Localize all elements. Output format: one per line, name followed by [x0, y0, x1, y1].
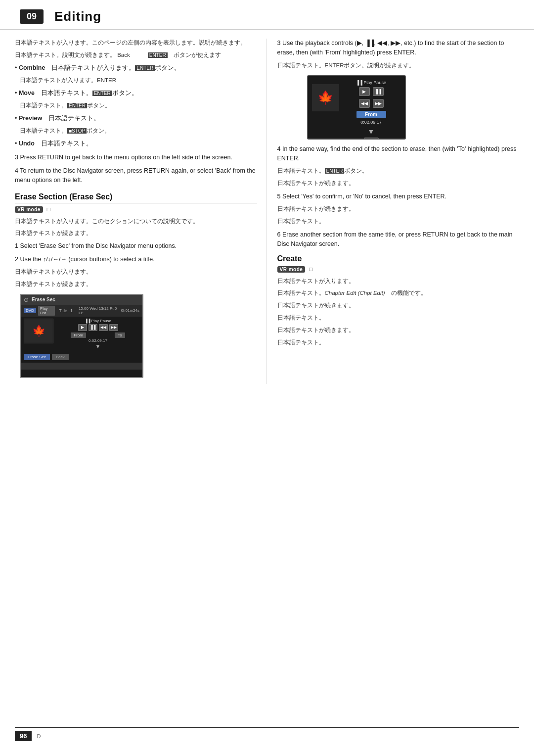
create-jp4: 日本語テキスト。: [277, 314, 520, 323]
footer-note: D: [37, 733, 41, 739]
create-heading: Create: [277, 254, 520, 263]
from-btn[interactable]: From: [356, 111, 386, 118]
es-title-bar: ⊙ Erase Sec: [21, 295, 142, 305]
erase-intro-jp1: 日本語テキストが入ります。このセクションについての説明文です。: [15, 217, 257, 226]
es-erase-sec-btn[interactable]: Erase Sec: [24, 354, 50, 360]
erase-intro-jp2: 日本語テキストが続きます。: [15, 229, 257, 238]
chapter-number: 09: [20, 9, 44, 24]
create-jp6: 日本語テキスト。: [277, 338, 520, 347]
right-step4-jp2: 日本語テキストが続きます。: [277, 179, 520, 188]
es-timecode: 0:02.09.17: [56, 338, 139, 343]
preview-jp: 日本語テキスト。■STOPボタン。: [15, 127, 257, 136]
create-jp3: 日本語テキストが続きます。: [277, 301, 520, 310]
vr-badge-right: VR mode: [277, 266, 306, 273]
left-step3: 3 Press RETURN to get back to the menu o…: [15, 153, 257, 162]
erase-step1: 1 Select 'Erase Sec' from the Disc Navig…: [15, 241, 257, 251]
es-rec-time: 15:00 Wed 13/12 Pt 5 LP: [79, 306, 117, 315]
es-arrow-down: ▼: [56, 343, 139, 349]
es-pause-btn[interactable]: ▐▐: [89, 324, 97, 331]
page-footer: 96 D: [15, 727, 519, 741]
right-step4-jp: 日本語テキスト。ENTERボタン。: [277, 167, 520, 176]
es-bottom-btns: Erase Sec Back: [21, 352, 142, 362]
es-pp-label: ▐▐ Play Pause: [56, 319, 139, 323]
create-jp2: 日本語テキスト。Chapter Edit (Chpt Edit) の機能です。: [277, 289, 520, 298]
arrow-down: ▼: [342, 128, 401, 136]
right-step3: 3 Use the playback controls (▶, ▐▐, ◀◀, …: [277, 39, 520, 58]
pause-btn[interactable]: ▐▐: [373, 87, 384, 96]
right-screen-mockup: 🍁 ▐▐ Play Pause ▶ ▐▐ ◀◀ ▶▶ From 0:02.09.…: [307, 75, 406, 140]
vr-note-left: □: [47, 205, 50, 214]
es-ctrl-row: ▶ ▐▐ ◀◀ ▶▶: [56, 324, 139, 331]
to-placeholder: [364, 138, 379, 140]
left-column: 日本語テキストが入ります。このページの左側の内容を表示します。説明が続きます。 …: [15, 39, 267, 384]
intro-jp2: 日本語テキスト。説明文が続きます。 Back ENTER ボタンが使えます: [15, 51, 257, 60]
erase-step2-jp2: 日本語テキストが続きます。: [15, 280, 257, 289]
es-rew-btn[interactable]: ◀◀: [99, 324, 108, 331]
right-step5-jp: 日本語テキストが続きます。: [277, 205, 520, 214]
combine-jp: 日本語テキストが入ります。ENTER: [15, 76, 257, 85]
play-btn[interactable]: ▶: [359, 87, 370, 96]
es-playlist-tab: Play List: [38, 306, 55, 316]
right-column: 3 Use the playback controls (▶, ▐▐, ◀◀, …: [267, 39, 520, 384]
es-thumb: 🍁: [24, 319, 53, 343]
erase-step2-jp: 日本語テキストが入ります。: [15, 268, 257, 277]
page-number: 96: [15, 731, 32, 741]
bullet-preview: • Preview 日本語テキスト。: [15, 114, 257, 123]
rew-btn[interactable]: ◀◀: [359, 99, 370, 108]
screen-controls: ▐▐ Play Pause ▶ ▐▐ ◀◀ ▶▶ From 0:02.09.17…: [342, 80, 401, 140]
es-back-btn[interactable]: Back: [52, 354, 69, 360]
erase-section-heading: Erase Section (Erase Sec): [15, 192, 257, 203]
ff-btn[interactable]: ▶▶: [373, 99, 384, 108]
bullet-combine: • Combine 日本語テキストが入ります。ENTERボタン。: [15, 63, 257, 73]
es-controls-col: ▐▐ Play Pause ▶ ▐▐ ◀◀ ▶▶ From To 0:02.09…: [56, 319, 139, 349]
disc-icon: ⊙: [24, 296, 29, 303]
left-step4: 4 To return to the Disc Navigator screen…: [15, 166, 257, 186]
es-dvd-tab: DVD: [24, 308, 36, 313]
vr-mode-row-left: VR mode □: [15, 205, 257, 214]
es-video-area: 🍁 ▐▐ Play Pause ▶ ▐▐ ◀◀ ▶▶ From To: [21, 317, 142, 351]
right-step6: 6 Erase another section from the same ti…: [277, 230, 520, 249]
create-jp5: 日本語テキストが続きます。: [277, 326, 520, 335]
es-title-value: 1: [70, 308, 73, 313]
chapter-title: Editing: [54, 9, 101, 24]
es-title-label: Title: [59, 308, 67, 313]
play-pause-label: ▐▐ Play Pause: [342, 80, 401, 85]
right-step4: 4 In the same way, find the end of the s…: [277, 144, 520, 164]
erase-step2: 2 Use the ↑/↓/←/→ (cursor buttons) to se…: [15, 255, 257, 264]
vr-badge-left: VR mode: [15, 206, 43, 213]
create-jp1: 日本語テキストが入ります。: [277, 277, 520, 286]
es-from-btn[interactable]: From: [71, 332, 86, 338]
bullet-undo: • Undo 日本語テキスト。: [15, 139, 257, 148]
es-bottom-bar: [21, 363, 142, 370]
bullet-move: • Move 日本語テキスト。ENTERボタン。: [15, 89, 257, 98]
right-step5: 5 Select 'Yes' to confirm, or 'No' to ca…: [277, 192, 520, 201]
screen-leaf: 🍁: [312, 84, 339, 111]
timecode: 0:02.09.17: [342, 120, 401, 125]
es-to-btn[interactable]: To: [115, 332, 125, 338]
erase-sec-screen: ⊙ Erase Sec DVD Play List Title 1 15:00 …: [20, 294, 143, 378]
move-jp: 日本語テキスト。ENTERボタン。: [15, 101, 257, 110]
es-from-to: From To: [56, 332, 139, 338]
header-bar: 09 Editing: [0, 0, 534, 30]
es-info-row: DVD Play List Title 1 15:00 Wed 13/12 Pt…: [21, 305, 142, 317]
intro-jp1: 日本語テキストが入ります。このページの左側の内容を表示します。説明が続きます。: [15, 39, 257, 47]
content-area: 日本語テキストが入ります。このページの左側の内容を表示します。説明が続きます。 …: [0, 39, 534, 384]
vr-note-right: □: [309, 265, 312, 274]
es-play-btn[interactable]: ▶: [78, 324, 87, 331]
nav-row: ◀◀ ▶▶: [342, 99, 401, 108]
right-step5-jp2: 日本語テキスト。: [277, 217, 520, 226]
controls-row: ▶ ▐▐: [342, 87, 401, 96]
right-step3-jp: 日本語テキスト。ENTERボタン。説明が続きます。: [277, 61, 520, 70]
vr-mode-row-right: VR mode □: [277, 265, 520, 274]
es-rec-duration: 0h01m24s: [121, 308, 139, 313]
es-ff-btn[interactable]: ▶▶: [109, 324, 118, 331]
es-title-text: Erase Sec: [32, 297, 55, 302]
page-container: 09 Editing 日本語テキストが入ります。このページの左側の内容を表示しま…: [0, 0, 534, 756]
